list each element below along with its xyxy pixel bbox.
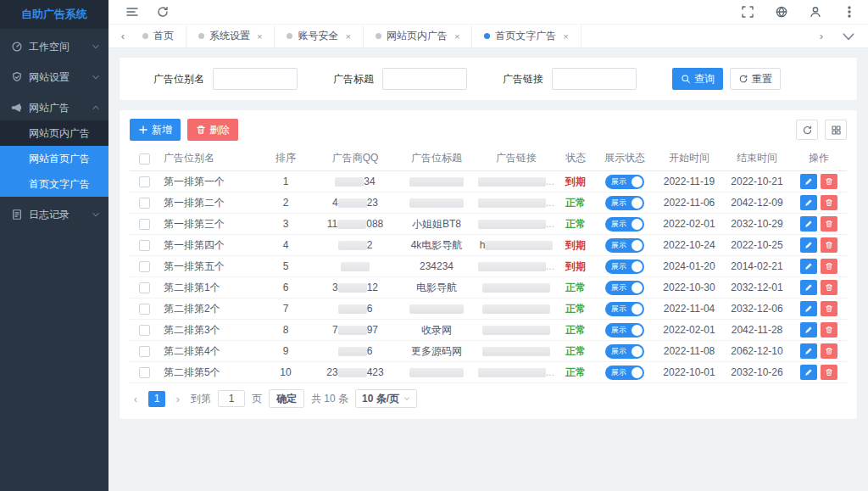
row-checkbox[interactable] — [139, 304, 150, 315]
edit-button[interactable] — [800, 322, 817, 338]
edit-button[interactable] — [800, 216, 817, 232]
fullscreen-icon[interactable] — [741, 5, 754, 19]
sidebar-item-网站设置[interactable]: 网站设置 — [0, 64, 108, 90]
sidebar-item-网站广告[interactable]: 网站广告 — [0, 95, 108, 120]
goto-page-input[interactable] — [218, 390, 245, 407]
row-delete-button[interactable] — [821, 259, 837, 274]
tab-close-icon[interactable]: × — [454, 31, 459, 42]
next-page-icon[interactable]: › — [172, 393, 184, 405]
refresh-icon[interactable] — [156, 5, 170, 19]
display-toggle[interactable]: 展示 — [605, 196, 644, 210]
tab-close-icon[interactable]: × — [257, 31, 262, 42]
row-checkbox[interactable] — [139, 176, 150, 187]
display-toggle[interactable]: 展示 — [605, 365, 644, 380]
toggle-label: 展示 — [611, 346, 626, 357]
ad-alias: 第一排第三个 — [159, 217, 259, 232]
edit-button[interactable] — [800, 237, 817, 253]
sidebar-subitem-首页文字广告[interactable]: 首页文字广告 — [0, 171, 108, 197]
edit-button[interactable] — [800, 301, 817, 316]
row-checkbox[interactable] — [139, 198, 150, 209]
table-refresh-button[interactable] — [796, 120, 818, 140]
row-delete-button[interactable] — [821, 322, 837, 338]
row-checkbox[interactable] — [139, 346, 150, 357]
tabs-scroll-right-icon[interactable]: › — [814, 30, 829, 42]
row-checkbox-cell — [130, 239, 159, 251]
goto-confirm-button[interactable]: 确定 — [269, 389, 304, 408]
tab-系统设置[interactable]: 系统设置× — [186, 25, 275, 47]
end-date: 2042-11-28 — [723, 324, 791, 336]
user-icon[interactable] — [809, 5, 822, 19]
query-button-label: 查询 — [694, 72, 715, 86]
display-toggle[interactable]: 展示 — [605, 344, 644, 359]
tab-首页[interactable]: 首页 — [131, 25, 186, 47]
display-toggle[interactable]: 展示 — [605, 281, 644, 295]
censored-text — [338, 368, 367, 377]
ad-alias-input[interactable] — [213, 68, 298, 90]
page-size-select[interactable]: 10 条/页 — [355, 389, 417, 408]
display-toggle[interactable]: 展示 — [605, 259, 644, 274]
more-icon[interactable] — [843, 5, 856, 19]
tabs-scroll-left-icon[interactable]: ‹ — [115, 30, 131, 42]
sidebar-subitem-网站页内广告[interactable]: 网站页内广告 — [0, 120, 108, 146]
row-delete-button[interactable] — [821, 365, 837, 380]
delete-button[interactable]: 删除 — [187, 119, 238, 141]
column-settings-button[interactable] — [825, 120, 847, 140]
ad-title — [398, 197, 476, 209]
chevron-down-icon — [92, 42, 100, 51]
tab-账号安全[interactable]: 账号安全× — [275, 25, 363, 47]
advertiser-qq: 6 — [313, 345, 398, 357]
sidebar-item-工作空间[interactable]: 工作空间 — [0, 34, 108, 59]
tab-close-icon[interactable]: × — [345, 31, 350, 42]
edit-button[interactable] — [800, 195, 817, 210]
reset-button[interactable]: 重置 — [730, 68, 781, 90]
edit-button[interactable] — [800, 174, 817, 189]
display-state-cell: 展示 — [594, 217, 655, 232]
row-actions — [791, 195, 847, 210]
row-checkbox[interactable] — [139, 367, 150, 378]
page-number-button[interactable]: 1 — [148, 391, 165, 407]
query-button[interactable]: 查询 — [672, 68, 723, 90]
ad-alias: 第一排第五个 — [159, 259, 259, 274]
sidebar-subitem-网站首页广告[interactable]: 网站首页广告 — [0, 146, 108, 171]
sidebar-item-日志记录[interactable]: 日志记录 — [0, 202, 108, 227]
prev-page-icon[interactable]: ‹ — [130, 393, 142, 405]
row-checkbox[interactable] — [139, 240, 150, 251]
display-toggle[interactable]: 展示 — [605, 238, 644, 253]
display-toggle[interactable]: 展示 — [605, 217, 644, 232]
display-toggle[interactable]: 展示 — [605, 175, 644, 189]
toggle-knob — [632, 198, 643, 209]
page-size-label: 10 条/页 — [362, 392, 399, 406]
edit-button[interactable] — [800, 280, 817, 295]
add-button[interactable]: 新增 — [130, 119, 181, 141]
row-delete-button[interactable] — [821, 174, 837, 189]
row-delete-button[interactable] — [821, 195, 837, 210]
display-state-cell: 展示 — [594, 302, 655, 316]
select-all-checkbox[interactable] — [139, 153, 150, 165]
tab-网站页内广告[interactable]: 网站页内广告× — [364, 25, 472, 47]
row-delete-button[interactable] — [821, 301, 837, 316]
display-toggle[interactable]: 展示 — [605, 302, 644, 316]
row-checkbox[interactable] — [139, 261, 150, 272]
table-row: 第一排第四个424k电影导航h到期展示2022-10-242022-10-25 — [130, 235, 847, 256]
row-delete-button[interactable] — [821, 343, 837, 359]
row-checkbox[interactable] — [139, 219, 150, 230]
edit-button[interactable] — [800, 259, 817, 274]
menu-fold-icon[interactable] — [125, 5, 139, 19]
row-checkbox[interactable] — [139, 325, 150, 336]
display-state-cell: 展示 — [594, 175, 655, 189]
pagination: ‹ 1 › 到第 页 确定 共 10 条 10 条/页 — [130, 383, 847, 414]
row-checkbox[interactable] — [139, 282, 150, 293]
row-delete-button[interactable] — [821, 216, 837, 232]
ad-title-input[interactable] — [382, 68, 467, 90]
edit-button[interactable] — [800, 365, 817, 380]
row-delete-button[interactable] — [821, 237, 837, 253]
display-toggle[interactable]: 展示 — [605, 323, 644, 338]
edit-button[interactable] — [800, 343, 817, 359]
tabs-dropdown-icon[interactable] — [841, 29, 856, 44]
globe-icon[interactable] — [775, 5, 788, 19]
tab-close-icon[interactable]: × — [563, 31, 568, 42]
row-delete-button[interactable] — [821, 280, 837, 295]
ad-link-input[interactable] — [552, 68, 637, 90]
header-checkbox-cell — [130, 152, 159, 164]
tab-首页文字广告[interactable]: 首页文字广告× — [472, 25, 581, 47]
